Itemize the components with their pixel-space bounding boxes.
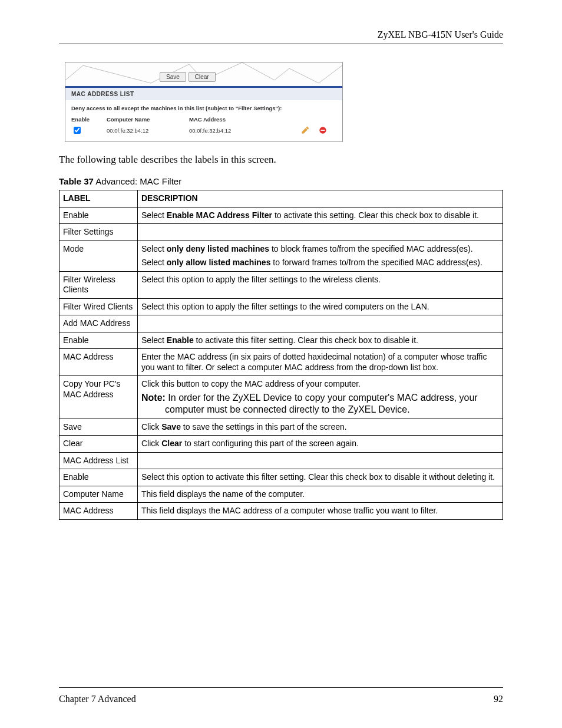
table-caption: Table 37 Advanced: MAC Filter (59, 176, 503, 186)
enable-checkbox[interactable] (74, 127, 81, 134)
svg-rect-1 (321, 130, 325, 131)
row-name: 00:0f:fe:32:b4:12 (107, 127, 189, 134)
mac-filter-screenshot: Save Clear MAC ADDRESS LIST Deny access … (65, 62, 343, 142)
clear-button[interactable]: Clear (189, 72, 216, 82)
page-header: ZyXEL NBG-415N User's Guide (59, 29, 503, 40)
header-rule (59, 44, 503, 44)
mac-list-heading: MAC ADDRESS LIST (65, 88, 342, 100)
col-enable: Enable (71, 116, 107, 123)
lead-text: The following table describes the labels… (59, 154, 503, 166)
save-button[interactable]: Save (160, 72, 186, 82)
col-mac: MAC Address (189, 116, 283, 123)
footer-chapter: Chapter 7 Advanced (59, 694, 136, 704)
edit-icon[interactable] (301, 126, 309, 134)
col-name: Computer Name (107, 116, 189, 123)
footer-rule (59, 687, 503, 688)
row-mac: 00:0f:fe:32:b4:12 (189, 127, 283, 134)
table-row: 00:0f:fe:32:b4:12 00:0f:fe:32:b4:12 (71, 125, 336, 136)
footer-page: 92 (494, 694, 503, 704)
th-desc: DESCRIPTION (138, 190, 503, 207)
th-label: LABEL (59, 190, 138, 207)
description-table: LABEL DESCRIPTION Enable Select Enable M… (59, 190, 503, 520)
delete-icon[interactable] (319, 126, 327, 134)
mac-list-note: Deny access to all except the machines i… (71, 105, 336, 111)
